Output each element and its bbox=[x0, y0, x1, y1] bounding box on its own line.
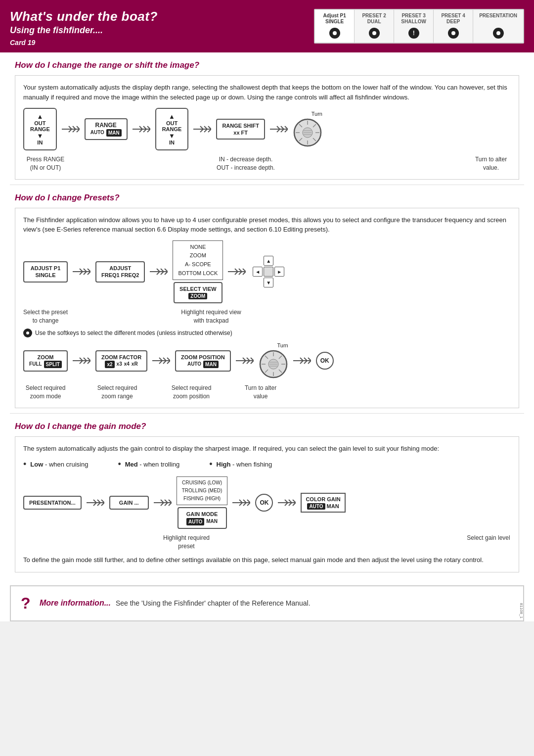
bullet-dot-low: • bbox=[23, 459, 26, 470]
presets-section-title: How do I change Presets? bbox=[15, 193, 519, 203]
tab-label-3: PRESET 3SHALLOW bbox=[401, 13, 426, 25]
tab-dot-3: ! bbox=[408, 28, 419, 39]
arrow-g4 bbox=[278, 498, 296, 508]
preset-step1-group: ADJUST P1 SINGLE bbox=[23, 261, 68, 283]
color-gain-btn[interactable]: COLOR GAIN AUTO MAN bbox=[301, 493, 345, 513]
ok-button[interactable]: OK bbox=[316, 352, 334, 370]
range-section-box: Your system automatically adjusts the di… bbox=[15, 75, 519, 180]
range-label-3: Turn to altervalue. bbox=[471, 155, 511, 172]
tab-preset4-deep[interactable]: PRESET 4DEEP bbox=[434, 10, 473, 43]
gain-section-box: The system automatically adjusts the gai… bbox=[15, 436, 519, 572]
zoom-label3: Select requiredzoom position bbox=[167, 384, 216, 401]
zoom-position-btn[interactable]: ZOOM POSITION AUTO MAN bbox=[175, 350, 231, 372]
arrow-g2 bbox=[154, 498, 172, 508]
select-view-group: NONE ZOOM A- SCOPE BOTTOM LOCK SELECT VI… bbox=[173, 240, 223, 303]
gain-ok-button[interactable]: OK bbox=[255, 494, 273, 512]
range-knob-symbol: ▲ OUT RANGE ▼ IN bbox=[23, 108, 57, 150]
turn-label: Turn bbox=[293, 111, 322, 117]
header-title: What's under the boat? bbox=[10, 9, 314, 24]
bullet-high-label: High bbox=[217, 461, 231, 468]
softkey-note: Use the softkeys to select the different… bbox=[23, 329, 511, 337]
gain-btn[interactable]: GAIN ... bbox=[109, 496, 149, 510]
preset-label3: Highlight required viewwith trackpad bbox=[177, 308, 246, 325]
range-knob-group: ▲ OUT RANGE ▼ IN bbox=[23, 108, 57, 150]
presentation-btn[interactable]: PRESENTATION... bbox=[23, 496, 82, 510]
more-info-text: See the 'Using the Fishfinder' chapter o… bbox=[116, 599, 311, 607]
gain-label-3: Highlight requiredpreset bbox=[162, 534, 211, 551]
arrow-p2 bbox=[150, 267, 168, 277]
zoom-turn-label: Turn bbox=[259, 342, 288, 348]
gain-mode-btn[interactable]: GAIN MODE AUTO MAN bbox=[178, 507, 227, 528]
bullet-low: • Low - when cruising bbox=[23, 459, 88, 470]
bullet-dot-high: • bbox=[209, 459, 212, 470]
softkey-dot-icon bbox=[23, 329, 32, 337]
arrow-3 bbox=[193, 124, 211, 134]
zoom-diagram-row: ZOOM FULL SPLIT ZOOM FACTOR x2 x3 x4 bbox=[23, 342, 511, 379]
header-card: Card 19 bbox=[10, 39, 314, 47]
gain-bullets: • Low - when cruising • Med - when troll… bbox=[23, 459, 511, 470]
arrow-z1 bbox=[73, 356, 90, 366]
trackpad[interactable]: ▲ ◄ ► ▼ bbox=[251, 256, 286, 287]
more-info-content: More information... See the 'Using the F… bbox=[40, 599, 311, 608]
adjust-freq-btn[interactable]: ADJUST FREQ1 FREQ2 bbox=[95, 261, 145, 283]
dropdown-none: NONE bbox=[178, 243, 218, 252]
tab-presentation[interactable]: PRESENTATION bbox=[473, 10, 523, 43]
gain-bottom-note: To define the gain mode still further, a… bbox=[23, 550, 511, 565]
range-section-title: How do I change the range or shift the i… bbox=[15, 60, 519, 70]
dropdown-zoom: ZOOM bbox=[178, 251, 218, 260]
range-text: Your system automatically adjusts the di… bbox=[23, 83, 511, 102]
header-text: What's under the boat? Using the fishfin… bbox=[10, 9, 314, 47]
arrow-2 bbox=[133, 124, 150, 134]
trackpad-center[interactable] bbox=[264, 267, 273, 277]
bullet-low-sub: - when cruising bbox=[45, 461, 88, 468]
range-label-2: IN - decrease depth. OUT - increase dept… bbox=[196, 155, 295, 172]
color-gain-man: MAN bbox=[327, 503, 339, 509]
color-gain-auto: AUTO bbox=[307, 503, 325, 510]
gain-high: FISHING (HIGH) bbox=[182, 495, 222, 503]
presets-labels-row1: Select the presetto change Highlight req… bbox=[23, 308, 511, 325]
gain-diagram-row: PRESENTATION... GAIN ... CRUISING (LOW) bbox=[23, 476, 511, 528]
tab-preset3-shallow[interactable]: PRESET 3SHALLOW ! bbox=[394, 10, 434, 43]
bullet-low-label: Low bbox=[30, 461, 43, 468]
zoom-factor-btn[interactable]: ZOOM FACTOR x2 x3 x4 xR bbox=[95, 350, 147, 372]
arrow-z4 bbox=[293, 356, 311, 366]
gain-med: TROLLING (MED) bbox=[182, 487, 222, 495]
section-range: How do I change the range or shift the i… bbox=[0, 52, 534, 185]
reference-number: 81108_1 bbox=[519, 603, 524, 618]
presentation-label: PRESENTATION... bbox=[29, 499, 76, 506]
presets-section-box: The Fishfinder application window allows… bbox=[15, 208, 519, 408]
range-auto-man-btn[interactable]: RANGE AUTO MAN bbox=[85, 118, 128, 141]
tab-adjust-p1-single[interactable]: Adjust P1SINGLE bbox=[315, 10, 355, 43]
select-view-btn[interactable]: SELECT VIEW ZOOM bbox=[174, 282, 222, 303]
presets-diagram-row1: ADJUST P1 SINGLE ADJUST FREQ1 FREQ2 bbox=[23, 240, 511, 303]
zoom-rotary-dial bbox=[259, 349, 288, 379]
gain-section-title: How do I change the gain mode? bbox=[15, 422, 519, 431]
tab-dot-5 bbox=[493, 28, 504, 39]
preset-label1: Select the presetto change bbox=[23, 308, 68, 325]
zoom-full-split-btn[interactable]: ZOOM FULL SPLIT bbox=[23, 350, 68, 372]
rotary-group: Turn bbox=[293, 111, 322, 147]
bullet-dot-med: • bbox=[118, 459, 121, 470]
trackpad-up[interactable]: ▲ bbox=[264, 256, 273, 266]
gain-auto-highlight: AUTO bbox=[186, 518, 204, 525]
header: What's under the boat? Using the fishfin… bbox=[0, 0, 534, 52]
dropdown-bottomlock: BOTTOM LOCK bbox=[178, 269, 218, 278]
gain-labels-row: Highlight requiredpreset Select gain lev… bbox=[23, 534, 511, 551]
gain-list: CRUISING (LOW) TROLLING (MED) FISHING (H… bbox=[177, 476, 228, 505]
tab-preset2-dual[interactable]: PRESET 2DUAL bbox=[355, 10, 394, 43]
trackpad-right[interactable]: ► bbox=[274, 267, 284, 277]
softkey-note-text: Use the softkeys to select the different… bbox=[35, 330, 232, 336]
adjust-p1-btn[interactable]: ADJUST P1 SINGLE bbox=[23, 261, 68, 283]
range-note2: OUT - increase depth. bbox=[196, 164, 295, 172]
arrow-z3 bbox=[236, 356, 254, 366]
bullet-high-sub: - when fishing bbox=[232, 461, 272, 468]
trackpad-down[interactable]: ▼ bbox=[264, 278, 273, 287]
range-shift-symbol: ▲ OUT RANGE ▼ IN bbox=[155, 108, 189, 150]
section-gain: How do I change the gain mode? The syste… bbox=[0, 414, 534, 577]
dropdown-ascope: A- SCOPE bbox=[178, 260, 218, 269]
more-info-title: More information... bbox=[40, 599, 111, 607]
range-label-1: Press RANGE(IN or OUT) bbox=[23, 155, 68, 172]
gain-man-label: MAN bbox=[206, 518, 218, 525]
trackpad-left[interactable]: ◄ bbox=[253, 267, 263, 277]
gain-label: GAIN ... bbox=[115, 499, 143, 506]
